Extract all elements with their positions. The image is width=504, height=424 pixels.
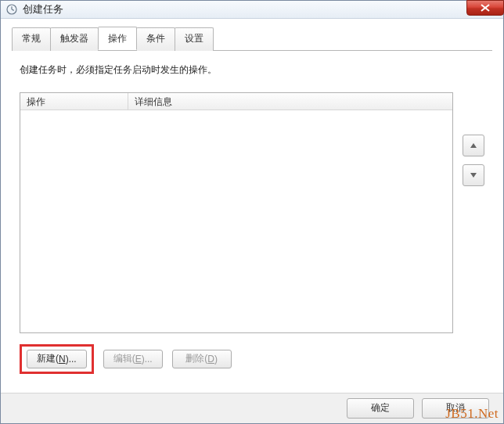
reorder-buttons: [463, 92, 484, 333]
highlight-annotation: 新建(N)...: [20, 344, 94, 374]
tab-settings[interactable]: 设置: [175, 27, 214, 51]
close-button[interactable]: [466, 0, 504, 16]
actions-list[interactable]: 操作 详细信息: [20, 92, 453, 333]
tab-general[interactable]: 常规: [12, 27, 51, 51]
move-up-button[interactable]: [463, 135, 484, 156]
tab-strip: 常规 触发器 操作 条件 设置: [12, 27, 492, 51]
clock-icon: [5, 3, 18, 16]
column-header-details[interactable]: 详细信息: [128, 93, 452, 110]
move-down-button[interactable]: [463, 164, 484, 186]
tab-triggers[interactable]: 触发器: [50, 27, 99, 51]
titlebar: 创建任务: [1, 1, 503, 19]
dialog-footer: 确定 取消: [1, 393, 503, 423]
column-header-action[interactable]: 操作: [20, 93, 128, 110]
ok-button[interactable]: 确定: [347, 398, 414, 419]
svg-marker-6: [470, 173, 477, 178]
tab-content-actions: 创建任务时，必须指定任务启动时发生的操作。 操作 详细信息: [12, 51, 492, 382]
window-title: 创建任务: [23, 2, 63, 16]
arrow-up-icon: [470, 142, 477, 149]
tab-actions[interactable]: 操作: [98, 27, 137, 50]
delete-button[interactable]: 删除(D): [172, 350, 232, 368]
cancel-button[interactable]: 取消: [422, 398, 489, 419]
dialog-window: 创建任务 常规 触发器 操作 条件 设置 创建任务时，必须指定任务启动时发生的操…: [0, 0, 504, 424]
client-area: 常规 触发器 操作 条件 设置 创建任务时，必须指定任务启动时发生的操作。 操作…: [1, 19, 503, 393]
arrow-down-icon: [470, 172, 477, 178]
edit-button[interactable]: 编辑(E)...: [103, 350, 163, 368]
svg-marker-5: [470, 143, 477, 148]
tab-conditions[interactable]: 条件: [136, 27, 175, 51]
instruction-text: 创建任务时，必须指定任务启动时发生的操作。: [20, 63, 484, 77]
table-header: 操作 详细信息: [20, 93, 452, 110]
close-icon: [481, 4, 490, 12]
svg-line-2: [12, 9, 14, 10]
new-button[interactable]: 新建(N)...: [27, 350, 87, 368]
action-buttons-row: 新建(N)... 编辑(E)... 删除(D): [20, 344, 484, 374]
